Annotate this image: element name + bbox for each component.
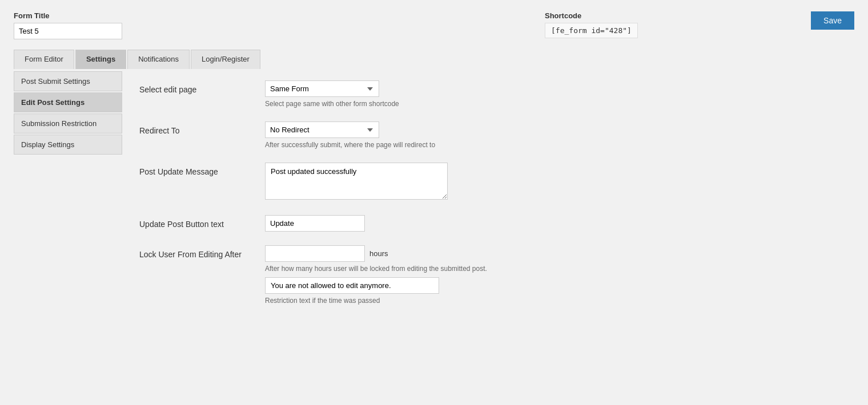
lock-user-help: After how many hours user will be locked… — [265, 265, 837, 273]
shortcode-section: Shortcode [fe_form id="428"] — [545, 11, 638, 38]
sidebar-item-post-submit-settings[interactable]: Post Submit Settings — [14, 71, 122, 91]
update-post-button-text-content — [265, 215, 837, 232]
hours-label: hours — [369, 249, 388, 258]
redirect-to-row: Redirect To No Redirect Same Page Custom… — [139, 122, 837, 149]
lock-user-content: hours After how many hours user will be … — [265, 245, 837, 305]
page-header: Form Title Shortcode [fe_form id="428"] … — [14, 11, 854, 39]
update-post-button-text-input[interactable] — [265, 215, 365, 232]
update-post-button-text-label: Update Post Button text — [139, 215, 265, 229]
content-area: Select edit page Same Form Custom Page S… — [122, 70, 854, 329]
redirect-to-content: No Redirect Same Page Custom URL After s… — [265, 122, 837, 149]
lock-user-label: Lock User From Editing After — [139, 245, 265, 259]
redirect-to-dropdown[interactable]: No Redirect Same Page Custom URL — [265, 122, 379, 138]
redirect-to-label: Redirect To — [139, 122, 265, 135]
form-title-label: Form Title — [14, 11, 122, 20]
form-title-section: Form Title — [14, 11, 122, 39]
select-edit-page-label: Select edit page — [139, 80, 265, 94]
post-update-message-label: Post Update Message — [139, 163, 265, 176]
restriction-help: Restriction text if the time was passed — [265, 297, 837, 305]
sidebar-item-display-settings[interactable]: Display Settings — [14, 135, 122, 155]
redirect-to-help: After successfully submit, where the pag… — [265, 141, 837, 149]
tab-settings[interactable]: Settings — [75, 50, 126, 69]
select-edit-page-dropdown[interactable]: Same Form Custom Page — [265, 80, 379, 97]
sidebar-item-submission-restriction[interactable]: Submission Restriction — [14, 114, 122, 133]
tab-notifications[interactable]: Notifications — [127, 50, 190, 69]
tabs: Form Editor Settings Notifications Login… — [14, 50, 854, 69]
lock-user-row: Lock User From Editing After hours After… — [139, 245, 837, 305]
post-update-message-content: Post updated successfully — [265, 163, 837, 201]
sidebar: Post Submit Settings Edit Post Settings … — [14, 70, 122, 329]
shortcode-label: Shortcode — [545, 11, 638, 20]
tab-login-register[interactable]: Login/Register — [191, 50, 260, 69]
form-title-input[interactable] — [14, 23, 122, 39]
select-edit-page-row: Select edit page Same Form Custom Page S… — [139, 80, 837, 108]
select-edit-page-help: Select page same with other form shortco… — [265, 100, 837, 108]
tab-form-editor[interactable]: Form Editor — [14, 50, 74, 69]
lock-user-hours-input[interactable] — [265, 245, 365, 262]
post-update-message-row: Post Update Message Post updated success… — [139, 163, 837, 201]
sidebar-item-edit-post-settings[interactable]: Edit Post Settings — [14, 92, 122, 112]
main-layout: Post Submit Settings Edit Post Settings … — [14, 70, 854, 329]
select-edit-page-content: Same Form Custom Page Select page same w… — [265, 80, 837, 108]
shortcode-value: [fe_form id="428"] — [545, 23, 638, 38]
save-button[interactable]: Save — [811, 11, 854, 30]
update-post-button-text-row: Update Post Button text — [139, 215, 837, 232]
restriction-text-input[interactable] — [265, 277, 439, 294]
post-update-message-textarea[interactable]: Post updated successfully — [265, 163, 448, 200]
